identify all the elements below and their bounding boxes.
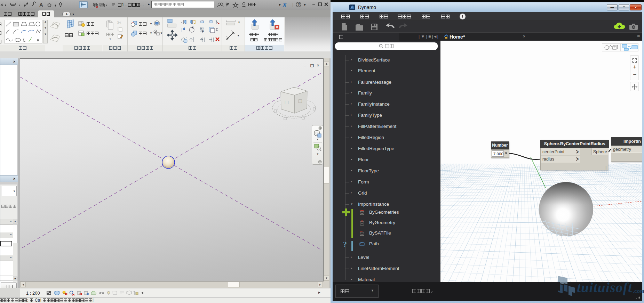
svg-text:tuituisoft: tuituisoft bbox=[577, 280, 633, 295]
svg-text:|: | bbox=[292, 2, 293, 7]
svg-text:□: □ bbox=[285, 99, 288, 105]
svg-text:A: A bbox=[39, 2, 43, 8]
svg-text:P: P bbox=[202, 30, 204, 33]
svg-text:.com: .com bbox=[633, 288, 644, 294]
svg-text:?: ? bbox=[297, 2, 300, 7]
svg-text:SAT: SAT bbox=[360, 230, 364, 232]
svg-text:▼: ▼ bbox=[278, 3, 281, 7]
svg-text:▼: ▼ bbox=[303, 3, 307, 7]
svg-text:□: □ bbox=[299, 98, 302, 104]
svg-text:...: ... bbox=[360, 243, 362, 245]
svg-text:X: X bbox=[283, 2, 287, 8]
